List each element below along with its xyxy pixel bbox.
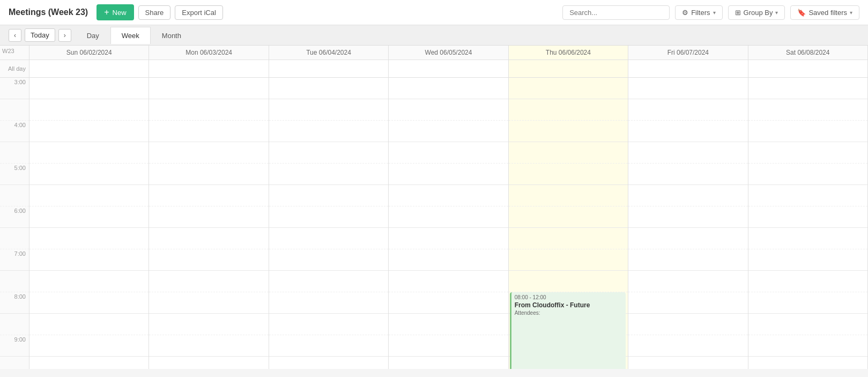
hour-slot [748,164,867,185]
hour-slot [509,121,628,142]
hour-slot [509,185,628,206]
filters-button[interactable]: ⚙ Filters ▾ [675,5,722,20]
calendar-container: W23 Sun 06/02/2024Mon 06/03/2024Tue 06/0… [0,46,868,369]
allday-cell [269,60,389,77]
hour-slot [149,249,268,271]
hour-slot [748,142,867,164]
hour-slot [509,142,628,164]
allday-cell [748,60,868,77]
day-column [628,78,748,369]
hour-slot [149,78,268,99]
header-left: Meetings (Week 23) + New Share Export iC… [9,4,223,20]
allday-cell [509,60,628,77]
hour-slot [748,271,867,292]
hour-slot [509,164,628,185]
hour-slot [509,271,628,292]
allday-cell [389,60,508,77]
next-arrow[interactable]: › [58,29,71,42]
hour-slot [389,292,508,314]
hour-slot [748,99,867,121]
hour-slot [269,99,388,121]
new-button[interactable]: + New [97,4,133,20]
bookmark-icon: 🔖 [797,9,806,17]
hour-slot [628,228,747,249]
day-header: Wed 06/05/2024 [389,46,508,60]
page-title: Meetings (Week 23) [9,8,88,17]
time-slot: 8:00 [0,292,29,314]
hour-slot [389,314,508,335]
hour-slot [628,357,747,369]
time-slot: 4:00 [0,121,29,142]
allday-cell [149,60,269,77]
hour-slot [149,335,268,357]
event-title: From Cloudoffix - Future [515,301,622,309]
time-slot: 5:00 [0,164,29,185]
day-header: Sat 06/08/2024 [748,46,868,60]
hour-slot [29,164,149,185]
hour-slot [748,357,867,369]
time-slot: 6:00 [0,206,29,228]
hour-slot [269,164,388,185]
hour-slot [748,121,867,142]
hour-slot [628,78,747,99]
hour-slot [269,142,388,164]
time-slot [0,357,29,369]
hour-slot [628,249,747,271]
hour-slot [628,206,747,228]
hour-slot [29,271,149,292]
hour-slot [269,121,388,142]
hour-slot [29,314,149,335]
hour-slot [149,271,268,292]
hour-slot [389,164,508,185]
search-input[interactable] [562,5,670,20]
allday-cells [29,60,868,77]
hour-slot [269,185,388,206]
tab-month[interactable]: Month [151,27,192,44]
nav-bar: ‹ Today › Day Week Month [0,25,868,46]
day-column [748,78,868,369]
export-button[interactable]: Export iCal [175,5,223,20]
hour-slot [748,292,867,314]
tab-day[interactable]: Day [76,27,110,44]
day-header: Mon 06/03/2024 [149,46,269,60]
hour-slot [269,271,388,292]
hour-slot [29,121,149,142]
day-column [389,78,508,369]
day-columns-header: Sun 06/02/2024Mon 06/03/2024Tue 06/04/20… [29,46,868,60]
hour-slot [389,99,508,121]
day-column: 08:00 - 12:00 From Cloudoffix - Future A… [509,78,628,369]
filters-label: Filters [691,9,710,17]
tab-week[interactable]: Week [110,27,151,44]
hour-slot [29,206,149,228]
calendar-event[interactable]: 08:00 - 12:00 From Cloudoffix - Future A… [510,292,626,369]
hour-slot [149,292,268,314]
time-gutter: 3:004:005:006:007:008:009:0010:0011:0012… [0,78,29,369]
group-by-button[interactable]: ⊞ Group By ▾ [728,5,785,20]
hour-slot [389,206,508,228]
hour-slot [389,228,508,249]
hour-slot [389,271,508,292]
day-header: Fri 06/07/2024 [628,46,748,60]
chevron-down-icon-2: ▾ [775,10,778,16]
hour-slot [748,335,867,357]
hour-slot [269,249,388,271]
group-by-label: Group By [744,9,773,17]
hour-slot [389,142,508,164]
new-button-label: New [113,9,127,17]
hour-slot [269,357,388,369]
saved-filters-button[interactable]: 🔖 Saved filters ▾ [790,5,859,20]
hour-slot [748,228,867,249]
allday-row: All day [0,60,868,78]
today-button[interactable]: Today [25,28,55,42]
group-icon: ⊞ [735,9,741,17]
hour-slot [269,228,388,249]
time-slot [0,314,29,335]
hour-slot [149,228,268,249]
allday-cell [29,60,149,77]
prev-arrow[interactable]: ‹ [9,29,21,42]
hour-slot [748,249,867,271]
hour-slot [149,185,268,206]
hour-slot [269,206,388,228]
share-button[interactable]: Share [138,5,171,20]
filter-icon: ⚙ [682,9,688,17]
